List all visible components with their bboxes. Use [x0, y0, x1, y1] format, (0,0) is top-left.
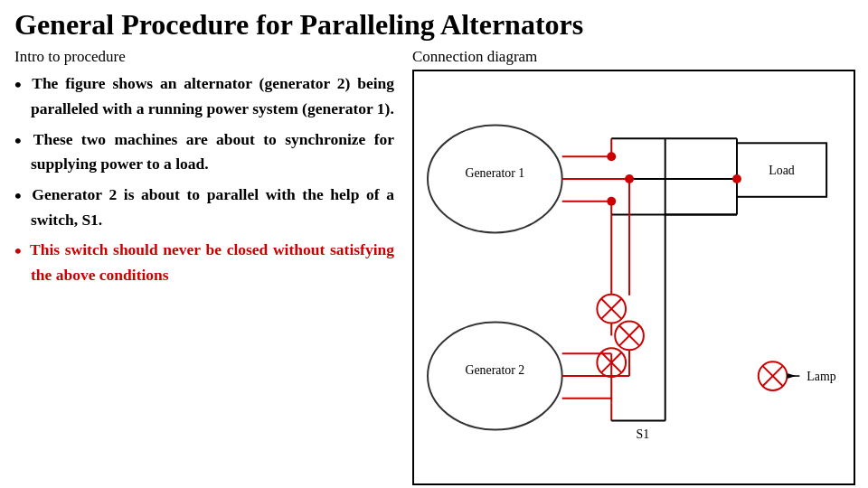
bullet-4: • This switch should never be closed wit… — [14, 238, 394, 286]
bullet-1: • The figure shows an alternator (genera… — [14, 71, 394, 119]
svg-point-19 — [732, 174, 741, 183]
bullet-1-text: The figure shows an alternator (generato… — [31, 74, 394, 117]
bullet-3: • Generator 2 is about to parallel with … — [14, 183, 394, 230]
svg-point-16 — [607, 152, 616, 161]
bullet-dot-4: • — [14, 239, 22, 262]
page: General Procedure for Paralleling Altern… — [0, 0, 868, 488]
bullet-dot-3: • — [14, 184, 22, 207]
svg-text:Generator 1: Generator 1 — [465, 166, 524, 180]
connection-diagram: Generator 1 Generator 2 Load — [412, 70, 855, 485]
content-area: Intro to procedure • The figure shows an… — [14, 48, 854, 485]
bullet-2: • These two machines are about to synchr… — [14, 127, 394, 175]
intro-label: Intro to procedure — [14, 48, 394, 66]
bullet-dot-1: • — [14, 73, 22, 96]
svg-point-18 — [607, 197, 616, 206]
svg-text:Generator 2: Generator 2 — [465, 363, 524, 377]
bullet-4-text: This switch should never be closed witho… — [30, 240, 394, 284]
svg-marker-53 — [788, 373, 797, 379]
bullet-2-text: These two machines are about to synchron… — [31, 129, 394, 173]
bullet-list: • The figure shows an alternator (genera… — [14, 71, 394, 286]
svg-text:S1: S1 — [637, 428, 650, 442]
bullet-dot-2: • — [14, 129, 22, 152]
connection-label: Connection diagram — [412, 48, 537, 66]
diagram-svg: Generator 1 Generator 2 Load — [414, 71, 854, 483]
page-title: General Procedure for Paralleling Altern… — [14, 9, 854, 41]
right-column: Connection diagram Generator 1 Generator… — [412, 48, 855, 485]
bullet-3-text: Generator 2 is about to parallel with th… — [31, 185, 394, 229]
left-column: Intro to procedure • The figure shows an… — [14, 48, 394, 293]
svg-text:Load: Load — [769, 164, 795, 177]
svg-text:Lamp: Lamp — [807, 370, 835, 383]
